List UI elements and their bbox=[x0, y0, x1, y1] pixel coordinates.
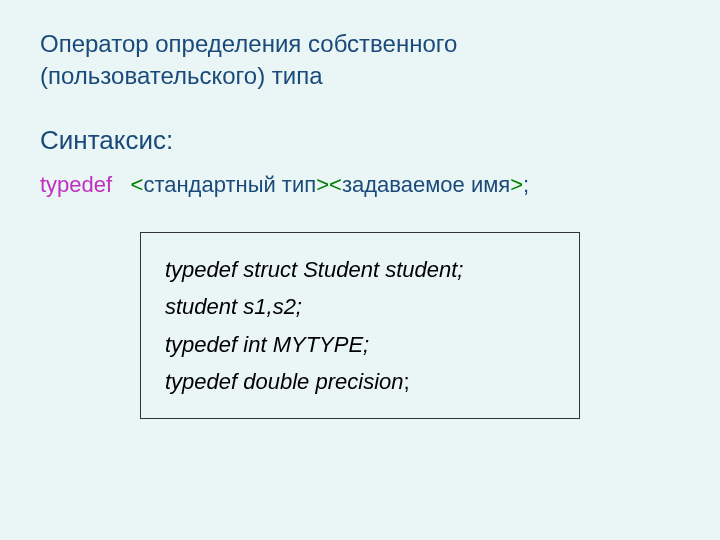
title-line-2: (пользовательского) типа bbox=[40, 62, 323, 89]
code-example-box: typedef struct Student student; student … bbox=[140, 232, 580, 420]
syntax-definition: typedef <стандартный тип><задаваемое имя… bbox=[40, 172, 680, 198]
code-line-4-semicolon: ; bbox=[404, 369, 410, 394]
code-line-2: student s1,s2; bbox=[165, 288, 559, 325]
typedef-keyword: typedef bbox=[40, 172, 112, 197]
angle-close-1: > bbox=[316, 172, 329, 197]
given-name-text: задаваемое имя bbox=[342, 172, 510, 197]
syntax-heading: Синтаксис: bbox=[40, 125, 680, 156]
standard-type-text: стандартный тип bbox=[143, 172, 316, 197]
code-line-1: typedef struct Student student; bbox=[165, 251, 559, 288]
code-line-3: typedef int MYTYPE; bbox=[165, 326, 559, 363]
title-line-1: Оператор определения собственного bbox=[40, 30, 457, 57]
code-line-4-italic: typedef double precision bbox=[165, 369, 404, 394]
slide-title: Оператор определения собственного (польз… bbox=[40, 28, 680, 93]
syntax-semicolon: ; bbox=[523, 172, 529, 197]
angle-open-1: < bbox=[131, 172, 144, 197]
code-line-4: typedef double precision; bbox=[165, 363, 559, 400]
angle-close-2: > bbox=[510, 172, 523, 197]
angle-open-2: < bbox=[329, 172, 342, 197]
